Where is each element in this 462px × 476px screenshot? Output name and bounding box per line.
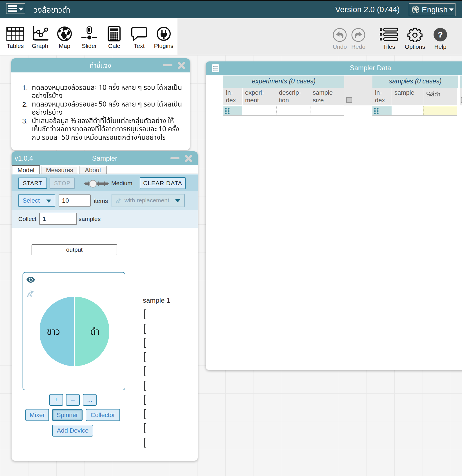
svg-text:?: ? [438, 30, 443, 39]
